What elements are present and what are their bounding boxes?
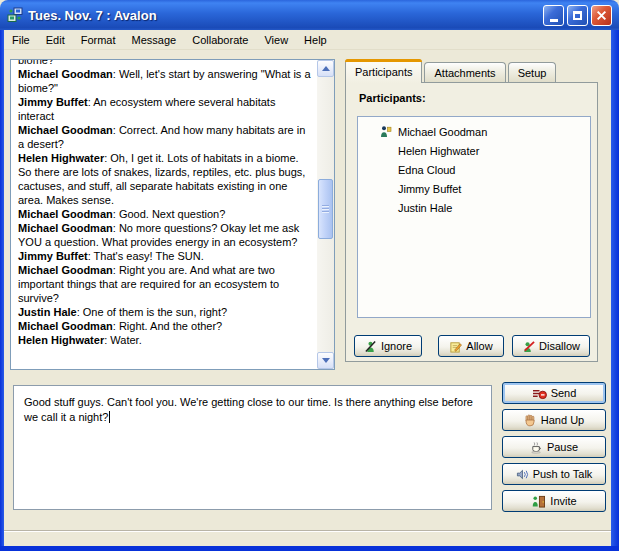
message-text: biome? <box>18 59 54 66</box>
send-icon <box>532 387 547 400</box>
push-to-talk-label: Push to Talk <box>533 468 593 480</box>
chat-message: Justin Hale: One of them is the sun, rig… <box>18 305 314 319</box>
speaker-name: Michael Goodman <box>18 208 113 220</box>
speaker-name: Michael Goodman <box>18 124 113 136</box>
window-border-right <box>611 30 619 551</box>
allow-label: Allow <box>466 340 492 352</box>
speaker-name: Helen Highwater <box>18 152 104 164</box>
chat-message: Michael Goodman: Good. Next question? <box>18 207 314 221</box>
participant-name: Michael Goodman <box>398 126 487 138</box>
titlebar[interactable]: Tues. Nov. 7 : Avalon <box>0 0 619 30</box>
scroll-up-button[interactable] <box>317 60 334 77</box>
send-label: Send <box>551 387 577 399</box>
tab-strip: Participants Attachments Setup <box>345 59 598 83</box>
chat-message: Michael Goodman: Well, let's start by an… <box>18 67 314 95</box>
message-input-text: Good stuff guys. Can't fool you. We're g… <box>24 396 473 423</box>
participants-heading: Participants: <box>359 92 426 104</box>
menu-item[interactable]: File <box>4 32 38 48</box>
hand-up-button[interactable]: Hand Up <box>502 409 606 431</box>
menu-item[interactable]: Format <box>73 32 124 48</box>
message-text: Good. Next question? <box>119 208 225 220</box>
invite-door-icon <box>531 495 546 508</box>
leader-icon <box>379 125 392 138</box>
speaker-name: Michael Goodman <box>18 222 113 234</box>
status-bar <box>4 532 611 546</box>
invite-button[interactable]: Invite <box>502 490 606 512</box>
participant-row[interactable]: Helen Highwater <box>358 141 590 160</box>
chat-message: : biome? <box>18 59 314 67</box>
participant-row[interactable]: Justin Hale <box>358 198 590 217</box>
tab-attachments[interactable]: Attachments <box>424 62 505 82</box>
chat-transcript-panel: : biome? Michael Goodman: Well, let's st… <box>10 59 335 370</box>
participant-row[interactable]: Jimmy Buffet <box>358 179 590 198</box>
message-text: That's easy! The SUN. <box>94 250 204 262</box>
tab-participants[interactable]: Participants <box>345 59 422 83</box>
speaker-name: Michael Goodman <box>18 264 113 276</box>
chat-scrollbar[interactable] <box>317 60 334 369</box>
send-button[interactable]: Send <box>502 382 606 404</box>
minimize-button[interactable] <box>543 5 564 26</box>
chat-message: Michael Goodman: No more questions? Okay… <box>18 221 314 249</box>
scrollbar-thumb[interactable] <box>318 179 333 239</box>
pause-label: Pause <box>547 441 578 453</box>
participant-row[interactable]: Edna Cloud <box>358 160 590 179</box>
tab-setup[interactable]: Setup <box>508 62 557 82</box>
speaker-name: Justin Hale <box>18 306 77 318</box>
speaker-name: Jimmy Buffet <box>18 96 88 108</box>
scroll-down-icon <box>322 358 330 363</box>
scroll-down-button[interactable] <box>317 352 334 369</box>
maximize-button[interactable] <box>567 5 588 26</box>
message-text: One of them is the sun, right? <box>83 306 227 318</box>
participant-name: Jimmy Buffet <box>398 183 461 195</box>
push-to-talk-button[interactable]: Push to Talk <box>502 463 606 485</box>
disallow-icon <box>522 340 535 353</box>
text-caret <box>109 411 110 423</box>
menu-item[interactable]: Message <box>124 32 185 48</box>
menu-item[interactable]: Help <box>296 32 335 48</box>
coffee-cup-icon <box>530 441 543 454</box>
participant-name: Justin Hale <box>398 202 452 214</box>
participant-row[interactable]: Michael Goodman <box>358 122 590 141</box>
menu-item[interactable]: Collaborate <box>184 32 256 48</box>
chat-message: Michael Goodman: Right. And the other? <box>18 319 314 333</box>
pause-button[interactable]: Pause <box>502 436 606 458</box>
app-window: Tues. Nov. 7 : Avalon File Edit Format M… <box>0 0 619 551</box>
window-border-left <box>0 30 4 551</box>
chat-messages: : biome? Michael Goodman: Well, let's st… <box>18 59 314 347</box>
chat-message: Jimmy Buffet: An ecosystem where several… <box>18 95 314 123</box>
participant-name: Helen Highwater <box>398 145 479 157</box>
close-icon <box>596 10 607 21</box>
ignore-icon <box>364 340 377 353</box>
invite-label: Invite <box>550 495 576 507</box>
participant-name: Edna Cloud <box>398 164 456 176</box>
speaker-icon <box>516 468 529 481</box>
menu-item[interactable]: View <box>256 32 296 48</box>
scrollbar-grip-icon <box>322 205 329 213</box>
message-text: Right. And the other? <box>119 320 222 332</box>
participants-list: Michael Goodman Helen Highwater <box>357 116 591 318</box>
menu-bar: File Edit Format Message Collaborate Vie… <box>4 30 611 50</box>
menu-item[interactable]: Edit <box>38 32 73 48</box>
maximize-icon <box>573 11 582 20</box>
close-button[interactable] <box>591 5 612 26</box>
moderation-buttons: Ignore Allow Disallow <box>346 335 599 357</box>
hand-up-label: Hand Up <box>541 414 584 426</box>
chat-message: Jimmy Buffet: That's easy! The SUN. <box>18 249 314 263</box>
chat-message: Michael Goodman: Right you are. And what… <box>18 263 314 305</box>
disallow-button[interactable]: Disallow <box>512 335 590 357</box>
chat-message: Helen Highwater: Oh, I get it. Lots of h… <box>18 151 314 207</box>
speaker-name: Michael Goodman <box>18 320 113 332</box>
disallow-label: Disallow <box>539 340 580 352</box>
message-input[interactable]: Good stuff guys. Can't fool you. We're g… <box>13 385 492 510</box>
minimize-icon <box>550 19 558 22</box>
window-border-bottom <box>0 546 619 551</box>
window-title: Tues. Nov. 7 : Avalon <box>28 8 157 23</box>
hand-icon <box>524 414 537 427</box>
scroll-up-icon <box>322 66 330 71</box>
chat-message: Helen Highwater: Water. <box>18 333 314 347</box>
app-icon <box>7 7 23 23</box>
ignore-button[interactable]: Ignore <box>354 335 422 357</box>
allow-button[interactable]: Allow <box>438 335 504 357</box>
ignore-label: Ignore <box>381 340 412 352</box>
speaker-name: Jimmy Buffet <box>18 250 88 262</box>
